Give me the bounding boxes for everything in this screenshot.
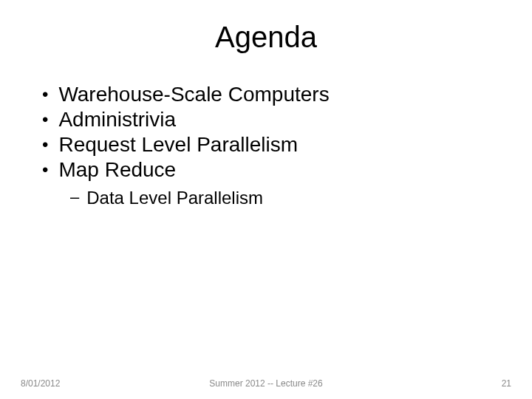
list-item: • Request Level Parallelism xyxy=(41,132,491,157)
footer-center-text: Summer 2012 -- Lecture #26 xyxy=(209,378,322,389)
bullet-marker-icon: • xyxy=(42,82,48,107)
dash-marker-icon: – xyxy=(70,188,79,207)
footer-page-number: 21 xyxy=(502,378,511,389)
bullet-marker-icon: • xyxy=(42,157,48,183)
slide-title: Agenda xyxy=(41,21,491,54)
bullet-text: Request Level Parallelism xyxy=(58,132,298,157)
slide: Agenda • Warehouse-Scale Computers • Adm… xyxy=(0,0,532,399)
list-item: • Map Reduce xyxy=(41,157,491,183)
bullet-list: • Warehouse-Scale Computers • Administri… xyxy=(41,82,491,183)
bullet-text: Map Reduce xyxy=(58,157,176,183)
sub-bullet-text: Data Level Parallelism xyxy=(86,188,263,208)
bullet-marker-icon: • xyxy=(42,107,48,132)
footer-date: 8/01/2012 xyxy=(21,378,60,389)
list-item: • Administrivia xyxy=(41,107,491,132)
list-item: – Data Level Parallelism xyxy=(70,188,491,208)
bullet-text: Administrivia xyxy=(58,107,176,132)
bullet-text: Warehouse-Scale Computers xyxy=(58,82,329,107)
list-item: • Warehouse-Scale Computers xyxy=(41,82,491,107)
slide-footer: 8/01/2012 Summer 2012 -- Lecture #26 21 xyxy=(0,378,532,389)
bullet-marker-icon: • xyxy=(42,132,48,157)
sub-bullet-list: – Data Level Parallelism xyxy=(41,188,491,208)
